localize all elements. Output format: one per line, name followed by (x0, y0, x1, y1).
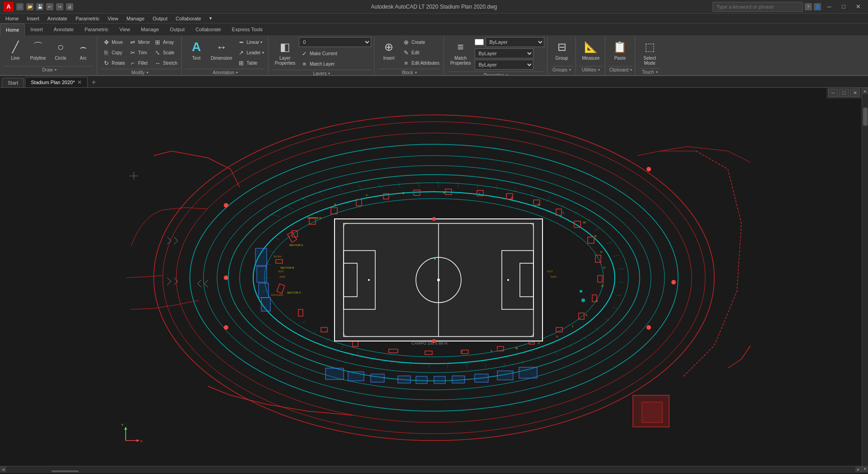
search-input[interactable] (712, 2, 803, 12)
touch-expand-icon[interactable]: ▾ (656, 70, 658, 74)
tab-close-icon[interactable]: ✕ (77, 79, 82, 85)
tab-stadium-plan[interactable]: Stadium Plan 2020* ✕ (25, 77, 88, 87)
tab-parametric[interactable]: Parametric (79, 24, 114, 35)
layer-properties-button[interactable]: ◧ LayerProperties (272, 37, 298, 67)
polyline-button[interactable]: ⌒ Polyline (27, 37, 49, 62)
linear-button[interactable]: ━ Linear ▾ (236, 37, 265, 47)
menu-annotate[interactable]: Annotate (44, 14, 71, 24)
dimension-button[interactable]: ↔ Dimension (208, 37, 235, 62)
menu-output[interactable]: Output (149, 14, 171, 24)
rotate-button[interactable]: ↻ Rotate (101, 58, 126, 68)
menu-insert[interactable]: Insert (23, 14, 43, 24)
properties-expand-icon[interactable]: ▾ (506, 73, 508, 75)
groups-expand-icon[interactable]: ▾ (569, 68, 571, 72)
copy-button[interactable]: ⎘ Copy (101, 47, 126, 57)
move-button[interactable]: ✥ Move (101, 37, 126, 47)
menu-parametric[interactable]: Parametric (72, 14, 103, 24)
annotation-expand-icon[interactable]: ▾ (236, 71, 238, 75)
tab-output[interactable]: Output (165, 24, 190, 35)
match-properties-button[interactable]: ≡ MatchProperties (448, 37, 474, 67)
paste-button[interactable]: 📋 Paste (609, 37, 631, 62)
menu-home[interactable]: Home (2, 14, 22, 24)
menu-more[interactable]: ▾ (206, 14, 216, 24)
account-icon[interactable]: 👤 (814, 3, 821, 10)
scroll-left-arrow[interactable]: ◄ (0, 466, 6, 473)
tab-express[interactable]: Express Tools (226, 24, 268, 35)
tab-start[interactable]: Start (2, 78, 24, 87)
tab-add-button[interactable]: + (89, 77, 99, 87)
help-icon[interactable]: ? (805, 3, 812, 10)
menu-view[interactable]: View (104, 14, 122, 24)
color-dropdown[interactable]: ByLayer (486, 37, 544, 47)
tab-manage[interactable]: Manage (136, 24, 165, 35)
h-scroll-thumb[interactable] (52, 470, 79, 473)
linetype-dropdown[interactable]: ByLayer (475, 48, 533, 58)
scroll-down-arrow[interactable]: ▼ (862, 466, 868, 472)
draw-expand-icon[interactable]: ▾ (55, 68, 57, 72)
utilities-expand-icon[interactable]: ▾ (598, 68, 600, 72)
make-current-button[interactable]: ✓ Make Current (299, 48, 371, 58)
undo-icon[interactable]: ↩ (46, 3, 53, 10)
clipboard-expand-icon[interactable]: ▾ (630, 68, 632, 72)
linear-dropdown-icon[interactable]: ▾ (260, 40, 262, 44)
array-button[interactable]: ⊞ Array (152, 37, 179, 47)
color-swatch[interactable] (475, 39, 484, 45)
redo-icon[interactable]: ↪ (56, 3, 63, 10)
svg-text:SECTOR A: SECTOR A (289, 244, 303, 246)
measure-button[interactable]: 📐 Measure (580, 37, 603, 62)
fillet-button[interactable]: ⌐ Fillet (127, 58, 151, 68)
lineweight-dropdown[interactable]: ByLayer (475, 60, 533, 70)
svg-text:VEST: VEST (278, 270, 284, 273)
stretch-button[interactable]: ↔ Stretch (152, 58, 179, 68)
group-annotation: A Text ↔ Dimension ━ Linear ▾ ↗ Leader (183, 36, 268, 74)
scale-button[interactable]: ⤡ Scale (152, 47, 179, 57)
minimize-button[interactable]: ─ (823, 2, 835, 12)
mirror-button[interactable]: ⇌ Mirror (127, 37, 151, 47)
layers-expand-icon[interactable]: ▾ (328, 71, 330, 75)
new-icon[interactable]: □ (16, 3, 24, 10)
scroll-thumb[interactable] (863, 108, 868, 126)
tab-insert[interactable]: Insert (25, 24, 48, 35)
group-block: ⊕ Insert ⊕ Create ✎ Edit ≡ Edit Attribut… (375, 36, 444, 74)
vertical-scrollbar[interactable]: ▲ ▼ (862, 88, 868, 472)
modify-row2: ⇌ Mirror ✂ Trim ⌐ Fillet (127, 37, 151, 68)
group-button[interactable]: ⊟ Group (551, 37, 573, 62)
table-button[interactable]: ⊞ Table (236, 58, 265, 68)
scroll-right-arrow[interactable]: ► (855, 466, 862, 473)
layer-dropdown[interactable]: 0 (299, 37, 371, 47)
leader-dropdown-icon[interactable]: ▾ (262, 51, 264, 55)
leader-button[interactable]: ↗ Leader ▾ (236, 47, 265, 57)
menu-manage[interactable]: Manage (123, 14, 148, 24)
menu-collaborate[interactable]: Collaborate (172, 14, 205, 24)
drawing-canvas[interactable]: ─ □ ✕ (0, 88, 868, 472)
close-button[interactable]: ✕ (852, 2, 864, 12)
block-expand-icon[interactable]: ▾ (415, 71, 417, 75)
tab-home[interactable]: Home (0, 24, 25, 35)
select-mode-button[interactable]: ⬚ SelectMode (639, 37, 660, 67)
edit-button[interactable]: ✎ Edit (401, 47, 441, 57)
circle-button[interactable]: ○ Circle (50, 37, 71, 62)
tab-collaborate[interactable]: Collaborate (190, 24, 226, 35)
open-icon[interactable]: 📂 (26, 3, 33, 10)
group-draw: ╱ Line ⌒ Polyline ○ Circle ⌢ Arc Draw (2, 36, 97, 74)
text-button[interactable]: A Text (185, 37, 207, 62)
line-button[interactable]: ╱ Line (5, 37, 26, 62)
save-icon[interactable]: 💾 (36, 3, 43, 10)
maximize-button[interactable]: □ (837, 2, 850, 12)
plot-icon[interactable]: 🖨 (66, 3, 73, 10)
create-button[interactable]: ⊕ Create (401, 37, 441, 47)
arc-button[interactable]: ⌢ Arc (72, 37, 94, 62)
horizontal-scrollbar[interactable]: ◄ ► (0, 466, 862, 472)
insert-button[interactable]: ⊕ Insert (378, 37, 400, 62)
modify-expand-icon[interactable]: ▾ (146, 71, 148, 75)
trim-button[interactable]: ✂ Trim (127, 47, 151, 57)
tab-view[interactable]: View (114, 24, 136, 35)
annotation-group-label: Annotation ▾ (185, 69, 265, 75)
match-layer-button[interactable]: ≡ Match Layer (299, 59, 371, 69)
rotate-label: Rotate (112, 61, 125, 66)
svg-text:SERV: SERV (551, 275, 557, 278)
scroll-up-arrow[interactable]: ▲ (862, 88, 868, 94)
edit-attributes-button[interactable]: ≡ Edit Attributes (401, 58, 441, 68)
tab-annotate[interactable]: Annotate (48, 24, 79, 35)
svg-point-144 (224, 203, 228, 208)
